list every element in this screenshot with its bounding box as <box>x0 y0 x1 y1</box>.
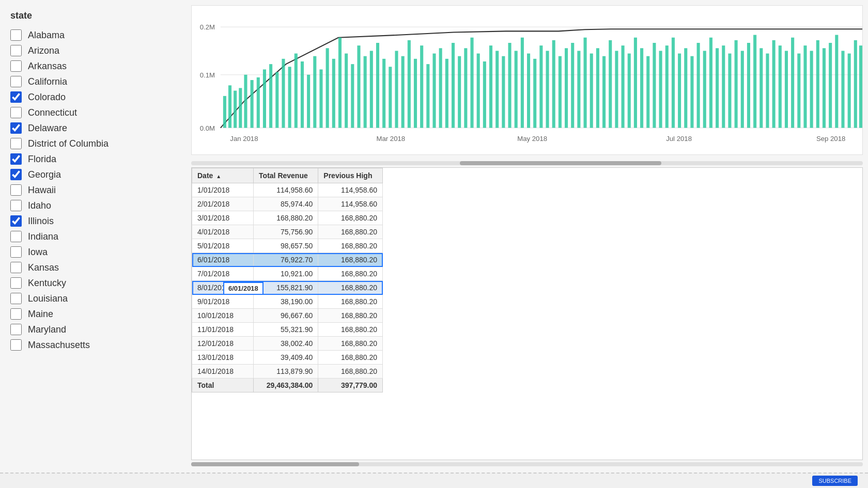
state-checkbox-kentucky[interactable] <box>10 277 22 289</box>
date-cell: 6/01/2018 <box>192 253 254 267</box>
state-checkbox-alabama[interactable] <box>10 29 22 41</box>
table-footer-row: Total 29,463,384.00 397,779.00 <box>192 379 383 392</box>
state-checkbox-hawaii[interactable] <box>10 184 22 196</box>
state-item-hawaii[interactable]: Hawaii <box>10 182 176 198</box>
date-cell: 5/01/2018 <box>192 239 254 253</box>
svg-rect-41 <box>439 48 442 128</box>
state-item-arkansas[interactable]: Arkansas <box>10 58 176 74</box>
state-item-idaho[interactable]: Idaho <box>10 198 176 213</box>
state-checkbox-illinois[interactable] <box>10 215 22 227</box>
data-table: Date ▲ Total Revenue Previous High 1/01/… <box>191 167 863 460</box>
svg-rect-45 <box>464 48 467 128</box>
state-checkbox-indiana[interactable] <box>10 231 22 242</box>
state-checkbox-maryland[interactable] <box>10 324 22 335</box>
state-checkbox-district-of-columbia[interactable] <box>10 138 22 149</box>
state-label: Iowa <box>28 247 48 258</box>
state-item-maine[interactable]: Maine <box>10 306 176 322</box>
svg-rect-10 <box>244 75 247 128</box>
state-item-georgia[interactable]: Georgia <box>10 167 176 182</box>
state-item-kansas[interactable]: Kansas <box>10 260 176 275</box>
chart-scrollbar[interactable] <box>191 161 863 165</box>
state-checkbox-kansas[interactable] <box>10 262 22 273</box>
table-row[interactable]: 13/01/201839,409.40168,880.20 <box>192 351 383 365</box>
state-checkbox-iowa[interactable] <box>10 246 22 258</box>
svg-rect-98 <box>797 54 800 128</box>
revenue-cell: 39,409.40 <box>254 351 318 365</box>
table-row[interactable]: 5/01/201898,657.50168,880.20 <box>192 239 383 253</box>
state-label: Connecticut <box>28 107 77 118</box>
state-label: Arizona <box>28 45 59 56</box>
svg-rect-97 <box>791 38 794 128</box>
svg-rect-13 <box>263 69 266 128</box>
state-item-delaware[interactable]: Delaware <box>10 120 176 136</box>
state-item-district-of-columbia[interactable]: District of Columbia <box>10 136 176 151</box>
state-item-massachusetts[interactable]: Massachusetts <box>10 337 176 353</box>
svg-rect-32 <box>382 59 385 128</box>
state-item-louisiana[interactable]: Louisiana <box>10 291 176 306</box>
table-row[interactable]: 14/01/2018113,879.90168,880.20 <box>192 365 383 379</box>
state-item-maryland[interactable]: Maryland <box>10 322 176 337</box>
svg-rect-55 <box>527 54 530 128</box>
svg-rect-63 <box>577 51 580 128</box>
state-checkbox-colorado[interactable] <box>10 91 22 103</box>
prev-high-cell: 168,880.20 <box>318 281 383 295</box>
state-item-florida[interactable]: Florida <box>10 151 176 167</box>
state-checkbox-florida[interactable] <box>10 153 22 165</box>
table-row[interactable]: 1/01/2018114,958.60114,958.60 <box>192 183 383 197</box>
svg-rect-15 <box>275 72 278 128</box>
state-item-alabama[interactable]: Alabama <box>10 27 176 43</box>
state-label: Colorado <box>28 92 66 103</box>
state-item-kentucky[interactable]: Kentucky <box>10 275 176 291</box>
prev-high-cell: 168,880.20 <box>318 267 383 281</box>
state-item-connecticut[interactable]: Connecticut <box>10 105 176 120</box>
date-column-header[interactable]: Date ▲ <box>192 168 254 183</box>
table-row[interactable]: 10/01/201896,667.60168,880.20 <box>192 309 383 323</box>
table-row[interactable]: 12/01/201838,002.40168,880.20 <box>192 337 383 351</box>
table-row[interactable]: 3/01/2018168,880.20168,880.20 <box>192 211 383 225</box>
prev-high-cell: 168,880.20 <box>318 323 383 337</box>
state-checkbox-arkansas[interactable] <box>10 60 22 72</box>
state-checkbox-louisiana[interactable] <box>10 293 22 304</box>
state-item-indiana[interactable]: Indiana <box>10 229 176 244</box>
state-item-arizona[interactable]: Arizona <box>10 43 176 58</box>
table-row[interactable]: 4/01/201875,756.90168,880.20 <box>192 225 383 239</box>
svg-rect-83 <box>703 51 706 128</box>
state-label: Delaware <box>28 123 67 134</box>
revenue-column-header[interactable]: Total Revenue <box>254 168 318 183</box>
chart-and-table-area: 0.2M 0.1M 0.0M <box>186 5 868 467</box>
svg-rect-59 <box>552 40 555 128</box>
svg-text:0.2M: 0.2M <box>200 23 215 31</box>
prev-high-cell: 168,880.20 <box>318 309 383 323</box>
date-cell: 8/01/20186/01/2018 <box>192 281 254 295</box>
table-row[interactable]: 8/01/20186/01/2018155,821.90168,880.20 <box>192 281 383 295</box>
svg-rect-67 <box>602 56 606 128</box>
subscribe-button[interactable]: SUBSCRIBE <box>812 476 858 486</box>
table-row[interactable]: 2/01/201885,974.40114,958.60 <box>192 197 383 211</box>
svg-rect-106 <box>848 54 851 128</box>
table-row[interactable]: 7/01/201810,921.00168,880.20 <box>192 267 383 281</box>
state-item-iowa[interactable]: Iowa <box>10 244 176 260</box>
state-label: Maine <box>28 309 53 320</box>
table-row[interactable]: 11/01/201855,321.90168,880.20 <box>192 323 383 337</box>
state-checkbox-california[interactable] <box>10 76 22 87</box>
state-label: Illinois <box>28 216 54 227</box>
table-row[interactable]: 6/01/201876,922.70168,880.20 <box>192 253 383 267</box>
svg-rect-23 <box>326 48 329 128</box>
state-checkbox-delaware[interactable] <box>10 122 22 134</box>
table-row[interactable]: 9/01/201838,190.00168,880.20 <box>192 295 383 309</box>
date-cell: 11/01/2018 <box>192 323 254 337</box>
footer-revenue: 29,463,384.00 <box>254 379 318 392</box>
state-item-colorado[interactable]: Colorado <box>10 89 176 105</box>
state-checkbox-georgia[interactable] <box>10 169 22 180</box>
state-checkbox-maine[interactable] <box>10 308 22 320</box>
state-item-illinois[interactable]: Illinois <box>10 213 176 229</box>
svg-rect-103 <box>829 43 832 128</box>
state-checkbox-connecticut[interactable] <box>10 107 22 118</box>
table-scrollbar[interactable] <box>191 462 863 466</box>
state-item-california[interactable]: California <box>10 74 176 89</box>
state-checkbox-arizona[interactable] <box>10 45 22 56</box>
svg-text:Jul 2018: Jul 2018 <box>666 135 692 143</box>
prev-high-column-header[interactable]: Previous High <box>318 168 383 183</box>
state-checkbox-massachusetts[interactable] <box>10 339 22 351</box>
state-checkbox-idaho[interactable] <box>10 200 22 211</box>
